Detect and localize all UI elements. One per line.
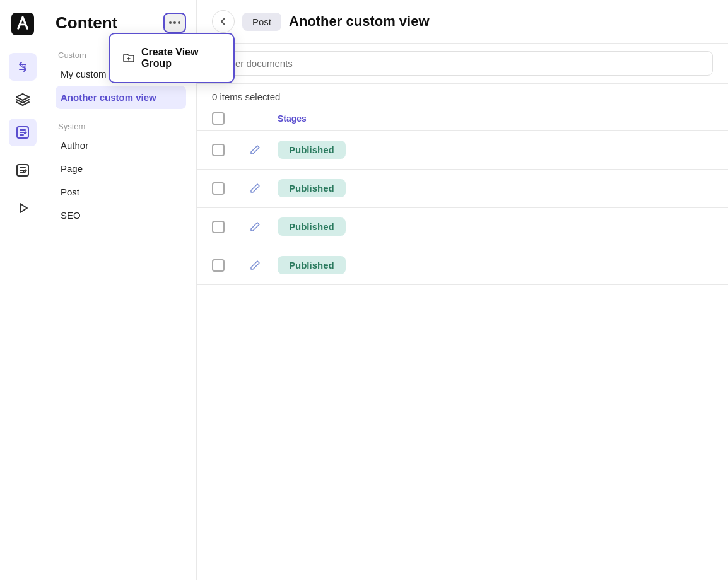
row-checkbox[interactable] — [212, 144, 225, 156]
sidebar: Content Create View Group Custom My cust… — [45, 0, 197, 580]
edit-icon[interactable] — [242, 144, 267, 156]
sidebar-item-author[interactable]: Author — [56, 134, 186, 157]
nav-icon-shuffle[interactable]: M — [9, 53, 37, 81]
svg-text:M: M — [22, 64, 26, 69]
edit-icon[interactable] — [242, 183, 267, 194]
top-bar: Post Another custom view — [197, 0, 728, 44]
edit-icon[interactable] — [242, 260, 267, 271]
view-title: Another custom view — [289, 13, 429, 30]
dropdown-popup: Create View Group — [109, 33, 235, 83]
system-section-label: System — [56, 117, 186, 134]
published-badge: Published — [278, 141, 346, 159]
nav-icon-edit[interactable] — [9, 156, 37, 184]
nav-icon-layers[interactable] — [9, 86, 37, 113]
create-view-group-label: Create View Group — [141, 47, 221, 69]
filter-input[interactable] — [212, 51, 713, 76]
sidebar-more-button[interactable] — [163, 13, 186, 33]
sidebar-item-seo[interactable]: SEO — [56, 204, 186, 227]
post-badge[interactable]: Post — [242, 13, 281, 31]
nav-icon-edit-active[interactable] — [9, 119, 37, 146]
logo — [9, 10, 37, 38]
table-row: Published — [197, 170, 728, 208]
items-info: 0 items selected — [197, 84, 728, 107]
create-view-group-item[interactable]: Create View Group — [110, 39, 233, 77]
sidebar-system-section: System Author Page Post SEO — [45, 112, 196, 229]
edit-icon[interactable] — [242, 221, 267, 233]
published-badge: Published — [278, 218, 346, 236]
row-checkbox[interactable] — [212, 259, 225, 272]
row-checkbox[interactable] — [212, 221, 225, 233]
filter-bar — [197, 44, 728, 84]
table-container: Stages Published — [197, 107, 728, 580]
published-badge: Published — [278, 256, 346, 274]
sidebar-item-post[interactable]: Post — [56, 180, 186, 204]
folder-plus-icon — [122, 52, 135, 64]
row-checkbox[interactable] — [212, 182, 225, 195]
published-badge: Published — [278, 179, 346, 197]
main-content: Post Another custom view 0 items selecte… — [197, 0, 728, 580]
table-row: Published — [197, 208, 728, 246]
nav-icon-play[interactable] — [9, 194, 37, 222]
table-header: Stages — [197, 107, 728, 131]
sidebar-title: Content — [56, 13, 117, 33]
back-button[interactable] — [212, 10, 235, 33]
sidebar-item-another-custom-view[interactable]: Another custom view — [56, 86, 186, 109]
icon-rail: M — [0, 0, 45, 580]
select-all-checkbox[interactable] — [212, 112, 225, 125]
table-row: Published — [197, 246, 728, 285]
stages-column-header: Stages — [278, 113, 713, 124]
table-row: Published — [197, 131, 728, 170]
sidebar-item-page[interactable]: Page — [56, 157, 186, 180]
